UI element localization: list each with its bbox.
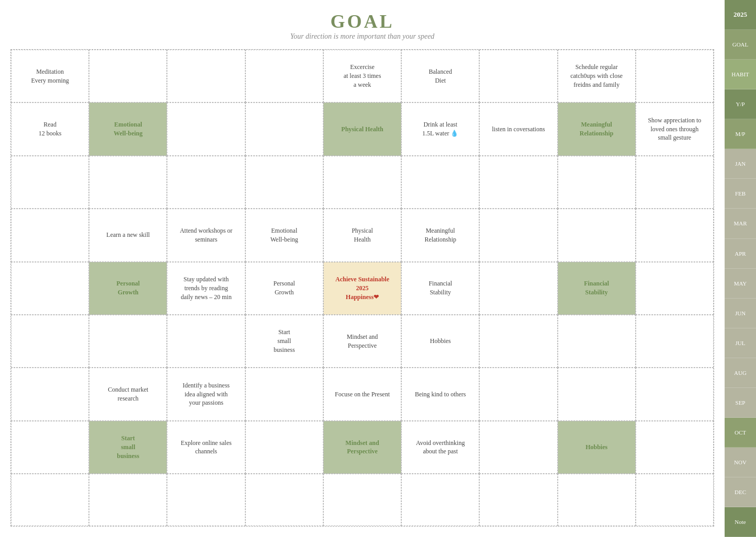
grid-cell: Focuse on the Present (323, 368, 401, 420)
grid-cell: EmotionalWell-being (89, 102, 167, 155)
grid-cell (401, 156, 479, 209)
grid-cell (245, 474, 323, 526)
grid-cell (636, 421, 714, 474)
sidebar-item[interactable]: NOV (725, 448, 756, 477)
grid-cell: Mindset andPerspective (323, 421, 401, 474)
grid-cell (636, 209, 714, 261)
grid-cell: MeditationEvery morning (11, 50, 89, 102)
grid-cell: EmotionalWell-being (245, 209, 323, 261)
sidebar-item[interactable]: MAY (725, 269, 756, 299)
grid-cell (323, 474, 401, 526)
grid-cell (11, 474, 89, 526)
grid-cell (479, 209, 557, 261)
grid-cell (479, 421, 557, 474)
grid-cell (245, 156, 323, 209)
grid-cell (11, 156, 89, 209)
grid-cell: Excerciseat least 3 timesa week (323, 50, 401, 102)
sidebar-item[interactable]: JAN (725, 149, 756, 179)
sidebar-item[interactable]: AUG (725, 358, 756, 388)
grid-cell (167, 315, 245, 368)
grid-cell: FinancialStability (401, 262, 479, 315)
grid-cell (167, 156, 245, 209)
page-title: GOAL (10, 10, 714, 32)
grid-cell (636, 474, 714, 526)
grid-cell: Conduct marketresearch (89, 368, 167, 420)
grid-cell (636, 50, 714, 102)
sidebar-item[interactable]: SEP (725, 388, 756, 418)
grid-cell: Explore online saleschannels (167, 421, 245, 474)
sidebar-item[interactable]: Y/P (725, 89, 756, 119)
grid-cell: Achieve Sustainable2025Happiness❤ (323, 262, 401, 315)
grid-cell: Mindset andPerspective (323, 315, 401, 368)
main-content: GOAL Your direction is more important th… (0, 0, 725, 537)
grid-cell (558, 368, 636, 420)
grid-cell (636, 262, 714, 315)
grid-cell (89, 474, 167, 526)
grid-cell: PhysicalHealth (323, 209, 401, 261)
grid-cell (558, 156, 636, 209)
sidebar-item[interactable]: MAR (725, 209, 756, 238)
grid-cell (479, 315, 557, 368)
grid-cell (11, 209, 89, 261)
goal-grid: MeditationEvery morningExcerciseat least… (10, 49, 714, 527)
page-header: GOAL Your direction is more important th… (10, 10, 714, 41)
grid-cell: Hobbies (401, 315, 479, 368)
grid-cell: Schedule regularcatch0ups with closefrei… (558, 50, 636, 102)
grid-cell (11, 368, 89, 420)
grid-cell (89, 315, 167, 368)
grid-cell: Drink at least1.5L water 💧 (401, 102, 479, 155)
grid-cell (167, 102, 245, 155)
grid-cell (245, 102, 323, 155)
sidebar-item[interactable]: 2025 (725, 0, 756, 30)
grid-cell: PersonalGrowth (89, 262, 167, 315)
grid-cell (89, 50, 167, 102)
sidebar-item[interactable]: JUN (725, 299, 756, 328)
grid-cell (479, 50, 557, 102)
grid-cell (11, 421, 89, 474)
grid-cell: Read12 books (11, 102, 89, 155)
grid-cell (636, 156, 714, 209)
grid-cell: Hobbies (558, 421, 636, 474)
sidebar-item[interactable]: M/P (725, 119, 756, 149)
grid-cell (245, 368, 323, 420)
sidebar-item[interactable]: OCT (725, 418, 756, 448)
grid-cell: FinancialStability (558, 262, 636, 315)
grid-cell (167, 474, 245, 526)
grid-cell: MeaningfulRelationship (401, 209, 479, 261)
grid-cell (11, 262, 89, 315)
grid-cell: Avoid overthinkingabout the past (401, 421, 479, 474)
grid-cell (558, 474, 636, 526)
grid-cell: BalancedDiet (401, 50, 479, 102)
grid-cell: Physical Health (323, 102, 401, 155)
grid-cell (479, 368, 557, 420)
grid-cell: listen in coversations (479, 102, 557, 155)
sidebar-item[interactable]: GOAL (725, 30, 756, 60)
grid-cell (401, 474, 479, 526)
grid-cell (479, 474, 557, 526)
page-subtitle: Your direction is more important than yo… (10, 32, 714, 41)
grid-cell (558, 209, 636, 261)
grid-cell (636, 368, 714, 420)
grid-cell (11, 315, 89, 368)
right-sidebar: 2025GOALHABITY/PM/PJANFEBMARAPRMAYJUNJUL… (725, 0, 756, 537)
sidebar-item[interactable]: Note (725, 507, 756, 537)
sidebar-item[interactable]: HABIT (725, 60, 756, 89)
grid-cell (89, 156, 167, 209)
grid-cell: Startsmallbusiness (89, 421, 167, 474)
grid-cell (636, 315, 714, 368)
grid-cell: PersonalGrowth (245, 262, 323, 315)
sidebar-item[interactable]: APR (725, 239, 756, 269)
grid-cell: Startsmallbusiness (245, 315, 323, 368)
grid-cell (245, 421, 323, 474)
grid-cell (167, 50, 245, 102)
grid-cell: Being kind to others (401, 368, 479, 420)
grid-cell: Learn a new skill (89, 209, 167, 261)
grid-cell (479, 262, 557, 315)
grid-cell: Identify a businessidea aligned withyour… (167, 368, 245, 420)
grid-cell (323, 156, 401, 209)
sidebar-item[interactable]: DEC (725, 477, 756, 507)
grid-cell: Attend workshops orseminars (167, 209, 245, 261)
sidebar-item[interactable]: JUL (725, 328, 756, 358)
sidebar-item[interactable]: FEB (725, 179, 756, 209)
grid-cell: MeaningfulRelationship (558, 102, 636, 155)
